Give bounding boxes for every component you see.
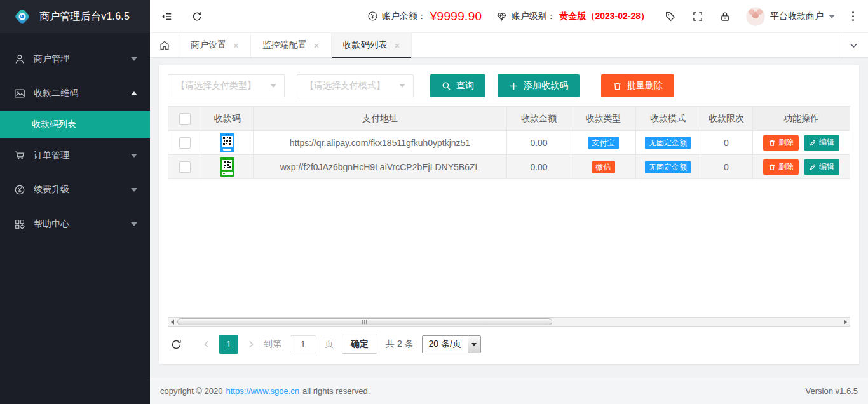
cell-type: 微信: [571, 155, 636, 179]
plus-icon: [509, 81, 519, 91]
content-area: 【请选择支付类型】 【请选择支付模式】 查询 添加收款码: [150, 58, 868, 377]
batch-delete-button[interactable]: 批量删除: [601, 74, 674, 97]
scroll-right-arrow[interactable]: [841, 318, 850, 326]
cell-limit: 0: [700, 155, 753, 179]
more-vertical-icon[interactable]: [850, 9, 857, 24]
balance-value: ¥9999.90: [430, 10, 482, 24]
collapse-sidebar-icon[interactable]: [160, 10, 173, 23]
page-label: 页: [325, 339, 334, 350]
sidebar-item-label: 商户管理: [34, 53, 131, 65]
sidebar-item-renew-upgrade[interactable]: 续费升级: [0, 173, 150, 207]
lock-icon[interactable]: [719, 10, 731, 23]
search-button[interactable]: 查询: [430, 74, 485, 97]
page-size-value: 20 条/页: [423, 336, 468, 353]
fullscreen-icon[interactable]: [691, 10, 704, 23]
header-amount: 收款金额: [507, 107, 571, 131]
delete-button[interactable]: 删除: [763, 135, 799, 151]
sidebar-submenu: 收款码列表: [0, 111, 150, 138]
tab-overflow-button[interactable]: [839, 33, 868, 57]
tab-merchant-settings[interactable]: 商户设置: [179, 33, 251, 57]
table-row: wxp://f2f0JAz6bgnHcH9LaiVrcCP2bEjLDNY5B6…: [168, 155, 850, 179]
sidebar-subitem-label: 收款码列表: [32, 119, 76, 130]
pay-type-badge: 支付宝: [588, 137, 619, 149]
refresh-icon[interactable]: [191, 10, 203, 23]
tab-monitor-config[interactable]: 监控端配置: [251, 33, 332, 57]
edit-label: 编辑: [819, 137, 834, 148]
copyright-suffix: all rights reserved.: [302, 386, 370, 396]
cell-operations: 删除 编辑: [753, 155, 850, 179]
app-root: 商户管理后台v1.6.5 商户管理 收款二维码 收款码列表: [0, 0, 868, 404]
page-size-select[interactable]: 20 条/页: [422, 335, 481, 353]
pay-mode-placeholder: 【请选择支付模式】: [305, 80, 385, 91]
pay-mode-badge: 无固定金额: [645, 137, 691, 149]
wechat-qr-thumbnail[interactable]: [220, 157, 234, 177]
pay-mode-select[interactable]: 【请选择支付模式】: [297, 74, 414, 97]
close-icon[interactable]: [314, 41, 320, 50]
delete-label: 删除: [778, 137, 794, 148]
footer-link[interactable]: https://www.sgoe.cn: [226, 386, 299, 396]
pay-type-placeholder: 【请选择支付类型】: [176, 80, 256, 91]
page-number-button[interactable]: 1: [219, 335, 238, 354]
version-text: Version v1.6.5: [806, 386, 858, 396]
tab-qrcode-list[interactable]: 收款码列表: [332, 33, 412, 57]
goto-label: 到第: [264, 339, 281, 350]
yen-icon: [14, 184, 25, 196]
edit-label: 编辑: [819, 161, 834, 172]
tab-label: 监控端配置: [262, 39, 307, 51]
qrcode-table: 收款码 支付地址 收款金额 收款类型 收款模式 收款限次 功能操作: [168, 106, 850, 179]
alipay-qr-thumbnail[interactable]: [220, 133, 234, 152]
dropdown-button[interactable]: [468, 336, 480, 353]
cell-address: wxp://f2f0JAz6bgnHcH9LaiVrcCP2bEjLDNY5B6…: [254, 155, 507, 179]
sidebar-item-qrcode-list[interactable]: 收款码列表: [0, 111, 150, 138]
chevron-up-icon: [131, 91, 137, 95]
scrollbar-thumb[interactable]: [177, 318, 552, 325]
cell-qrcode: [201, 155, 254, 179]
sidebar-item-merchant-manage[interactable]: 商户管理: [0, 42, 150, 76]
limit: 0: [724, 138, 729, 148]
chevron-left-icon: [202, 340, 211, 349]
sidebar-item-order-manage[interactable]: 订单管理: [0, 138, 150, 173]
sidebar: 商户管理后台v1.6.5 商户管理 收款二维码 收款码列表: [0, 0, 150, 404]
confirm-page-button[interactable]: 确定: [342, 335, 377, 354]
avatar: [746, 7, 765, 26]
sidebar-item-help-center[interactable]: 帮助中心: [0, 207, 150, 241]
cell-mode: 无固定金额: [636, 155, 700, 179]
user-menu[interactable]: 平台收款商户: [746, 7, 835, 26]
home-tab[interactable]: [150, 33, 179, 57]
header-qrcode: 收款码: [201, 107, 254, 131]
edit-button[interactable]: 编辑: [804, 159, 839, 175]
user-name: 平台收款商户: [770, 11, 824, 22]
batch-delete-label: 批量删除: [627, 80, 663, 91]
row-checkbox[interactable]: [179, 161, 191, 173]
tag-icon[interactable]: [664, 10, 677, 23]
horizontal-scrollbar[interactable]: [168, 317, 850, 327]
pagination-refresh-icon[interactable]: [170, 339, 182, 351]
topbar-left: [160, 10, 203, 23]
row-checkbox[interactable]: [179, 137, 191, 149]
trash-icon: [768, 163, 776, 171]
prev-page-button[interactable]: [202, 340, 211, 349]
close-icon[interactable]: [395, 41, 400, 50]
header-type: 收款类型: [571, 107, 636, 131]
tab-label: 商户设置: [191, 39, 226, 51]
sidebar-menu: 商户管理 收款二维码 收款码列表 订单管理: [0, 33, 150, 241]
add-qrcode-button[interactable]: 添加收款码: [498, 74, 580, 97]
pay-type-badge: 微信: [592, 161, 615, 173]
yen-circle-icon: [367, 11, 378, 22]
sidebar-item-label: 收款二维码: [34, 88, 131, 99]
add-button-label: 添加收款码: [524, 80, 568, 91]
scroll-left-arrow[interactable]: [168, 318, 177, 326]
close-icon[interactable]: [233, 41, 239, 50]
footer: copyright © 2020 https://www.sgoe.cn all…: [150, 377, 868, 404]
goto-page-input[interactable]: [290, 335, 316, 353]
sidebar-item-qrcode[interactable]: 收款二维码: [0, 76, 150, 111]
edit-button[interactable]: 编辑: [804, 135, 839, 151]
tabbar: 商户设置 监控端配置 收款码列表: [150, 33, 868, 58]
sidebar-item-label: 订单管理: [34, 150, 131, 161]
select-all-checkbox[interactable]: [179, 113, 191, 125]
pay-type-select[interactable]: 【请选择支付类型】: [168, 74, 285, 97]
delete-button[interactable]: 删除: [763, 159, 799, 175]
image-icon: [14, 88, 25, 99]
next-page-button[interactable]: [247, 340, 255, 349]
topbar: 账户余额： ¥9999.90 账户级别： 黄金版（2023-02-28）: [150, 0, 868, 33]
